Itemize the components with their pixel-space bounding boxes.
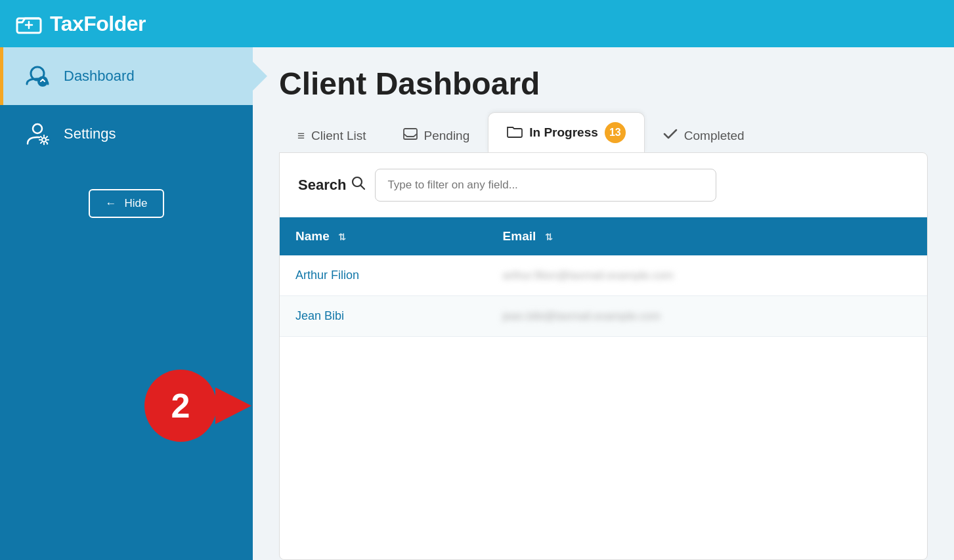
hide-arrow-icon: ←	[106, 197, 117, 210]
search-label: Search	[298, 176, 366, 194]
name-sort-icon: ⇅	[338, 232, 346, 242]
settings-icon	[23, 119, 52, 148]
column-email-label: Email	[503, 229, 536, 243]
main-layout: Dashboard	[0, 47, 954, 560]
client-email-cell: arthur.filion@taxmail.example.com	[487, 255, 927, 296]
client-name-cell: Jean Bibi	[280, 296, 487, 337]
hide-button[interactable]: ← Hide	[89, 189, 165, 218]
column-name-label: Name	[295, 229, 330, 243]
sidebar-item-settings-label: Settings	[64, 125, 116, 142]
client-name-cell: Arthur Filion	[280, 255, 487, 296]
client-name-arthur[interactable]: Arthur Filion	[295, 269, 359, 282]
client-email-cell: jean.bibi@taxmail.example.com	[487, 296, 927, 337]
svg-point-3	[33, 124, 42, 133]
client-name-jean[interactable]: Jean Bibi	[295, 309, 344, 322]
page-title: Client Dashboard	[253, 47, 954, 112]
sidebar: Dashboard	[0, 47, 253, 560]
tab-in-progress[interactable]: In Progress 13	[488, 112, 645, 153]
callout-bubble: 2	[144, 370, 253, 442]
svg-line-11	[47, 142, 47, 143]
tab-client-list[interactable]: ≡ Client List	[279, 119, 385, 152]
svg-line-16	[361, 186, 365, 190]
search-icon	[351, 176, 366, 194]
column-email[interactable]: Email ⇅	[487, 217, 927, 255]
search-bar: Search	[280, 153, 927, 217]
dashboard-icon	[23, 62, 52, 91]
sidebar-bottom: ← Hide	[0, 176, 253, 231]
email-sort-icon: ⇅	[545, 232, 553, 242]
tab-client-list-label: Client List	[311, 129, 366, 143]
top-header: TaxFolder	[0, 0, 954, 47]
svg-line-12	[47, 137, 47, 137]
table-header: Name ⇅ Email ⇅	[280, 217, 927, 255]
content-area: Client Dashboard ≡ Client List Pending	[253, 47, 954, 560]
sidebar-item-settings[interactable]: Settings	[0, 105, 253, 163]
client-email-arthur: arthur.filion@taxmail.example.com	[503, 269, 674, 282]
tab-pending[interactable]: Pending	[385, 119, 488, 152]
client-email-jean: jean.bibi@taxmail.example.com	[503, 310, 661, 322]
clients-table: Name ⇅ Email ⇅ Arthur Filion	[280, 217, 927, 337]
callout-arrow	[215, 387, 251, 424]
folder-open-icon	[507, 125, 523, 141]
inbox-icon	[403, 128, 418, 143]
svg-line-10	[41, 137, 41, 137]
tabs-bar: ≡ Client List Pending In Pr	[253, 112, 954, 152]
in-progress-badge: 13	[605, 122, 626, 143]
table-row: Jean Bibi jean.bibi@taxmail.example.com	[280, 296, 927, 337]
list-icon: ≡	[297, 129, 305, 143]
taxfolder-logo-icon	[16, 13, 42, 34]
column-name[interactable]: Name ⇅	[280, 217, 487, 255]
callout-number: 2	[144, 370, 217, 442]
table-row: Arthur Filion arthur.filion@taxmail.exam…	[280, 255, 927, 296]
check-icon	[663, 128, 678, 143]
tab-pending-label: Pending	[424, 129, 470, 143]
table-container: Search Name ⇅	[279, 152, 928, 560]
svg-line-13	[41, 142, 41, 143]
hide-button-label: Hide	[125, 197, 148, 210]
tab-in-progress-label: In Progress	[529, 125, 598, 140]
tab-completed-label: Completed	[684, 129, 745, 143]
sidebar-item-dashboard[interactable]: Dashboard	[0, 47, 253, 105]
svg-rect-14	[404, 129, 417, 139]
search-input[interactable]	[375, 169, 716, 202]
search-text: Search	[298, 177, 346, 194]
svg-point-2	[37, 76, 48, 87]
sidebar-item-dashboard-label: Dashboard	[64, 68, 135, 85]
logo-text: TaxFolder	[50, 12, 146, 36]
logo-area: TaxFolder	[16, 12, 146, 36]
table-body: Arthur Filion arthur.filion@taxmail.exam…	[280, 255, 927, 337]
tab-completed[interactable]: Completed	[645, 119, 763, 152]
